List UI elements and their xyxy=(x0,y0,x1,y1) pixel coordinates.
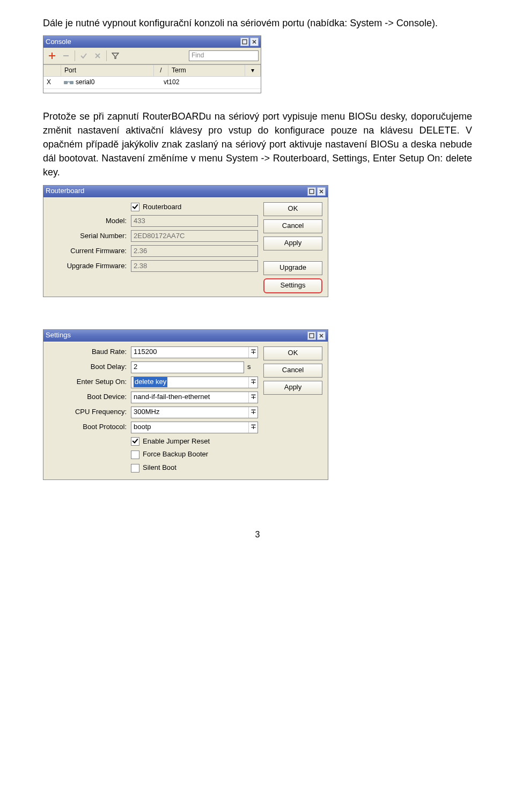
console-toolbar: Find xyxy=(43,48,261,64)
svg-rect-11 xyxy=(310,189,314,194)
ok-button[interactable]: OK xyxy=(263,346,322,360)
chevron-down-icon: ∓ xyxy=(248,392,258,403)
enable-jumper-checkbox[interactable] xyxy=(131,437,139,446)
console-window: Console Find Port / Term ▾ xyxy=(43,35,261,93)
settings-button[interactable]: Settings xyxy=(263,278,322,293)
enable-jumper-label: Enable Jumper Reset xyxy=(143,437,210,447)
console-columns: Port / Term ▾ xyxy=(43,64,261,77)
upgrade-firmware-value: 2.38 xyxy=(131,260,258,272)
baud-rate-select[interactable]: 115200 ∓ xyxy=(131,346,258,358)
boot-delay-input[interactable]: 2 xyxy=(131,361,244,373)
col-term[interactable]: Term xyxy=(168,65,245,77)
cpu-freq-label: CPU Frequency: xyxy=(49,407,131,417)
boot-device-label: Boot Device: xyxy=(49,392,131,402)
apply-button[interactable]: Apply xyxy=(263,237,322,250)
console-title-bar[interactable]: Console xyxy=(43,36,261,48)
find-input[interactable]: Find xyxy=(189,50,259,61)
boot-protocol-row: Boot Protocol: bootp ∓ xyxy=(49,422,258,433)
chevron-down-icon: ∓ xyxy=(248,407,258,418)
plus-icon[interactable] xyxy=(46,49,58,62)
serial-label: Serial Number: xyxy=(49,231,131,241)
current-firmware-label: Current Firmware: xyxy=(49,246,131,256)
serial-row: Serial Number: 2ED80172AA7C xyxy=(49,230,258,242)
boot-delay-label: Boot Delay: xyxy=(49,362,131,372)
console-row[interactable]: X serial0 vt102 xyxy=(43,77,261,89)
force-backup-checkbox[interactable] xyxy=(131,451,139,459)
routerboard-checkbox[interactable] xyxy=(131,203,139,211)
current-firmware-row: Current Firmware: 2.36 xyxy=(49,245,258,257)
routerboard-form: Routerboard Model: 433 Serial Number: 2E… xyxy=(49,202,258,293)
settings-buttons: OK Cancel Apply xyxy=(263,346,322,477)
close-icon[interactable] xyxy=(317,187,326,196)
boot-protocol-value: bootp xyxy=(134,422,151,432)
svg-rect-10 xyxy=(70,81,73,84)
cpu-freq-row: CPU Frequency: 300MHz ∓ xyxy=(49,407,258,418)
maximize-icon[interactable] xyxy=(240,38,249,46)
col-dropdown-icon[interactable]: ▾ xyxy=(245,65,261,77)
enable-jumper-row: Enable Jumper Reset xyxy=(49,437,258,447)
upgrade-button[interactable]: Upgrade xyxy=(263,261,322,275)
serial-port-icon xyxy=(64,80,73,85)
svg-rect-14 xyxy=(310,334,314,338)
svg-marker-8 xyxy=(112,53,119,58)
baud-rate-value: 115200 xyxy=(134,347,157,357)
settings-title-bar[interactable]: Settings xyxy=(43,330,328,342)
paragraph-1: Dále je nutné vypnout konfigurační konzo… xyxy=(43,16,472,30)
page-number: 3 xyxy=(43,528,472,541)
upgrade-firmware-row: Upgrade Firmware: 2.38 xyxy=(49,260,258,272)
serial-value: 2ED80172AA7C xyxy=(131,230,258,242)
col-flag[interactable] xyxy=(43,65,61,77)
toolbar-separator xyxy=(106,50,107,61)
force-backup-label: Force Backup Booter xyxy=(143,449,208,460)
boot-delay-unit: s xyxy=(244,362,258,372)
col-port[interactable]: Port xyxy=(61,65,154,77)
maximize-icon[interactable] xyxy=(307,187,316,196)
row-port: serial0 xyxy=(61,77,160,88)
chevron-down-icon: ∓ xyxy=(248,377,258,388)
force-backup-row: Force Backup Booter xyxy=(49,449,258,460)
enter-setup-select[interactable]: delete key ∓ xyxy=(131,377,258,388)
boot-delay-row: Boot Delay: 2 s xyxy=(49,361,258,373)
enter-setup-value: delete key xyxy=(134,377,167,387)
console-title: Console xyxy=(46,37,239,47)
check-icon[interactable] xyxy=(77,49,90,62)
routerboard-buttons: OK Cancel Apply Upgrade Settings xyxy=(263,202,322,293)
cpu-freq-value: 300MHz xyxy=(134,407,159,417)
x-icon[interactable] xyxy=(91,49,104,62)
boot-protocol-select[interactable]: bootp ∓ xyxy=(131,422,258,433)
maximize-icon[interactable] xyxy=(307,331,316,340)
paragraph-2: Protože se při zapnutí RouterBOARDu na s… xyxy=(43,109,472,179)
routerboard-body: Routerboard Model: 433 Serial Number: 2E… xyxy=(43,197,328,297)
close-icon[interactable] xyxy=(250,38,259,46)
cancel-button[interactable]: Cancel xyxy=(263,364,322,378)
ok-button[interactable]: OK xyxy=(263,202,322,216)
silent-boot-checkbox[interactable] xyxy=(131,464,139,473)
routerboard-title-bar[interactable]: Routerboard xyxy=(43,186,328,197)
model-label: Model: xyxy=(49,216,131,226)
svg-rect-4 xyxy=(49,55,55,56)
baud-rate-label: Baud Rate: xyxy=(49,347,131,357)
boot-protocol-label: Boot Protocol: xyxy=(49,422,131,432)
settings-title: Settings xyxy=(46,330,306,341)
col-sort[interactable]: / xyxy=(154,65,168,77)
chevron-down-icon: ∓ xyxy=(248,422,258,433)
silent-boot-label: Silent Boot xyxy=(143,463,176,473)
row-flag: X xyxy=(43,77,61,88)
row-term: vt102 xyxy=(160,77,261,88)
boot-device-value: nand-if-fail-then-ethernet xyxy=(134,392,210,402)
svg-rect-9 xyxy=(64,81,68,84)
boot-device-select[interactable]: nand-if-fail-then-ethernet ∓ xyxy=(131,392,258,403)
enter-setup-label: Enter Setup On: xyxy=(49,377,131,387)
row-port-text: serial0 xyxy=(76,78,94,87)
routerboard-checkbox-label: Routerboard xyxy=(143,202,181,212)
cancel-button[interactable]: Cancel xyxy=(263,219,322,233)
close-icon[interactable] xyxy=(317,331,326,340)
silent-boot-row: Silent Boot xyxy=(49,463,258,473)
minus-icon[interactable] xyxy=(60,49,72,62)
settings-body: Baud Rate: 115200 ∓ Boot Delay: 2 s Ente… xyxy=(43,342,328,480)
apply-button[interactable]: Apply xyxy=(263,381,322,395)
cpu-freq-select[interactable]: 300MHz ∓ xyxy=(131,407,258,418)
routerboard-title: Routerboard xyxy=(46,186,306,196)
funnel-icon[interactable] xyxy=(109,49,122,62)
routerboard-checkbox-row: Routerboard xyxy=(49,202,258,212)
